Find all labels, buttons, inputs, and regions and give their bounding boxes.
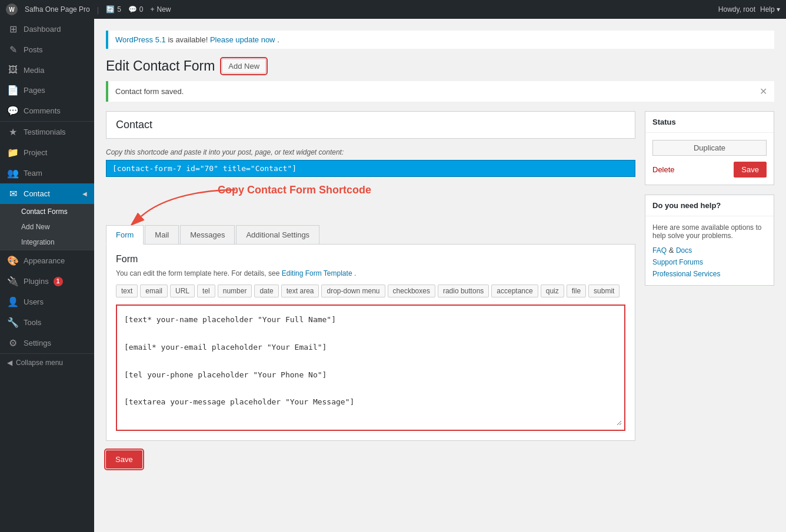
sidebar-item-media[interactable]: 🖼 Media xyxy=(0,60,94,80)
sidebar-item-contact[interactable]: ✉ Contact ◀ xyxy=(0,183,94,204)
sidebar-item-plugins[interactable]: 🔌 Plugins 1 xyxy=(0,271,94,292)
dismiss-notice-button[interactable]: ✕ xyxy=(760,86,767,97)
tab-additional-settings[interactable]: Additional Settings xyxy=(236,225,319,244)
posts-icon: ✎ xyxy=(7,44,19,55)
form-section-title: Form xyxy=(116,254,625,265)
professional-services-link[interactable]: Professional Services xyxy=(652,270,767,278)
tools-icon: 🔧 xyxy=(7,317,19,328)
tag-btn-tel[interactable]: tel xyxy=(197,285,215,297)
annotation-area: Copy Contact Form Shortcode xyxy=(106,184,635,225)
sidebar-item-appearance[interactable]: 🎨 Appearance xyxy=(0,250,94,271)
collapse-icon: ◀ xyxy=(7,359,12,367)
tag-btn-radio[interactable]: radio buttons xyxy=(438,285,489,297)
users-icon: 👤 xyxy=(7,296,19,307)
page-header: Edit Contact Form Add New xyxy=(106,58,774,74)
help-widget-header: Do you need help? xyxy=(645,195,774,216)
status-widget: Status Duplicate Delete Save xyxy=(645,111,774,185)
admin-bar: W Safha One Page Pro | 🔄 5 💬 0 + New How… xyxy=(0,0,786,19)
sidebar-item-users[interactable]: 👤 Users xyxy=(0,292,94,312)
main-content: WordPress 5.1 is available! Please updat… xyxy=(94,19,786,532)
adminbar-comments[interactable]: 💬 0 xyxy=(128,5,144,14)
form-title-box: Contact xyxy=(106,111,635,139)
testimonials-icon: ★ xyxy=(7,126,19,138)
update-notice-link[interactable]: WordPress 5.1 xyxy=(115,35,166,44)
page-title: Edit Contact Form xyxy=(106,58,215,74)
tabs: Form Mail Messages Additional Settings xyxy=(106,225,635,245)
save-button[interactable]: Save xyxy=(734,162,767,178)
tag-btn-email[interactable]: email xyxy=(140,285,168,297)
tag-btn-url[interactable]: URL xyxy=(170,285,195,297)
faq-link[interactable]: FAQ xyxy=(652,246,667,255)
help-links: FAQ & Docs Support Forums Professional S… xyxy=(652,246,767,278)
sidebar-item-settings[interactable]: ⚙ Settings xyxy=(0,333,94,353)
tag-btn-textarea[interactable]: text area xyxy=(281,285,319,297)
delete-save-row: Delete Save xyxy=(652,162,767,178)
delete-button[interactable]: Delete xyxy=(652,165,675,174)
tag-btn-quiz[interactable]: quiz xyxy=(541,285,564,297)
tag-btn-number[interactable]: number xyxy=(218,285,252,297)
status-widget-header: Status xyxy=(645,112,774,133)
tab-form[interactable]: Form xyxy=(106,225,144,245)
plugins-icon: 🔌 xyxy=(7,276,19,287)
contact-arrow-icon: ◀ xyxy=(82,190,87,197)
sidebar: ⊞ Dashboard ✎ Posts 🖼 Media 📄 Pages 💬 Co… xyxy=(0,19,94,532)
tag-btn-checkboxes[interactable]: checkboxes xyxy=(388,285,435,297)
project-icon: 📁 xyxy=(7,147,19,158)
adminbar-site-name[interactable]: Safha One Page Pro xyxy=(25,5,90,14)
arrow-annotation xyxy=(118,184,294,225)
collapse-menu-button[interactable]: ◀ Collapse menu xyxy=(0,353,94,372)
sidebar-item-pages[interactable]: 📄 Pages xyxy=(0,80,94,101)
status-widget-body: Duplicate Delete Save xyxy=(645,133,774,185)
submenu-contact-forms[interactable]: Contact Forms xyxy=(0,204,94,219)
tag-btn-acceptance[interactable]: acceptance xyxy=(491,285,538,297)
bottom-save-button[interactable]: Save xyxy=(106,450,142,469)
sidebar-item-posts[interactable]: ✎ Posts xyxy=(0,39,94,60)
sidebar-item-tools[interactable]: 🔧 Tools xyxy=(0,312,94,333)
form-template-textarea[interactable]: [text* your-name placeholder "Your Full … xyxy=(119,308,622,426)
success-notice: Contact form saved. ✕ xyxy=(106,81,774,102)
side-panel: Status Duplicate Delete Save Do you need… xyxy=(645,111,774,469)
add-new-button[interactable]: Add New xyxy=(222,59,266,73)
tab-content-form: Form You can edit the form template here… xyxy=(106,245,635,441)
adminbar-help[interactable]: Help ▾ xyxy=(760,5,780,14)
adminbar-new[interactable]: + New xyxy=(151,5,171,14)
support-forums-link[interactable]: Support Forums xyxy=(652,258,767,266)
tag-btn-submit[interactable]: submit xyxy=(588,285,620,297)
help-widget: Do you need help? Here are some availabl… xyxy=(645,195,774,286)
sidebar-item-testimonials[interactable]: ★ Testimonials xyxy=(0,122,94,142)
sidebar-item-project[interactable]: 📁 Project xyxy=(0,142,94,163)
team-icon: 👥 xyxy=(7,168,19,179)
tag-btn-file[interactable]: file xyxy=(567,285,586,297)
plugins-badge: 1 xyxy=(54,277,63,286)
tag-btn-date[interactable]: date xyxy=(254,285,278,297)
sidebar-item-team[interactable]: 👥 Team xyxy=(0,163,94,183)
shortcode-wrapper xyxy=(106,160,635,177)
tag-buttons-group: text email URL tel number date text area… xyxy=(116,285,625,297)
sidebar-item-dashboard[interactable]: ⊞ Dashboard xyxy=(0,19,94,39)
settings-icon: ⚙ xyxy=(7,337,19,349)
pages-icon: 📄 xyxy=(7,85,19,96)
submenu-integration[interactable]: Integration xyxy=(0,235,94,250)
adminbar-updates[interactable]: 🔄 5 xyxy=(106,5,121,14)
comments-icon: 💬 xyxy=(7,105,19,116)
form-section-desc: You can edit the form template here. For… xyxy=(116,269,625,277)
submenu-add-new[interactable]: Add New xyxy=(0,219,94,235)
duplicate-button[interactable]: Duplicate xyxy=(652,140,767,156)
form-textarea-wrapper: [text* your-name placeholder "Your Full … xyxy=(116,305,625,431)
tab-mail[interactable]: Mail xyxy=(145,225,179,244)
appearance-icon: 🎨 xyxy=(7,255,19,266)
update-now-link[interactable]: Please update now xyxy=(210,35,275,44)
shortcode-label: Copy this shortcode and paste it into yo… xyxy=(106,148,635,156)
media-icon: 🖼 xyxy=(7,65,19,75)
adminbar-howdy: Howdy, root xyxy=(718,5,755,14)
bottom-save-row: Save xyxy=(106,450,635,469)
tag-btn-dropdown[interactable]: drop-down menu xyxy=(321,285,385,297)
help-description: Here are some available options to help … xyxy=(652,223,767,240)
editing-form-template-link[interactable]: Editing Form Template xyxy=(282,269,352,277)
docs-link[interactable]: Docs xyxy=(676,246,692,255)
sidebar-item-comments[interactable]: 💬 Comments xyxy=(0,101,94,121)
shortcode-input[interactable] xyxy=(106,160,635,177)
tab-messages[interactable]: Messages xyxy=(180,225,235,244)
tag-btn-text[interactable]: text xyxy=(116,285,138,297)
wp-logo-icon[interactable]: W xyxy=(6,4,18,15)
